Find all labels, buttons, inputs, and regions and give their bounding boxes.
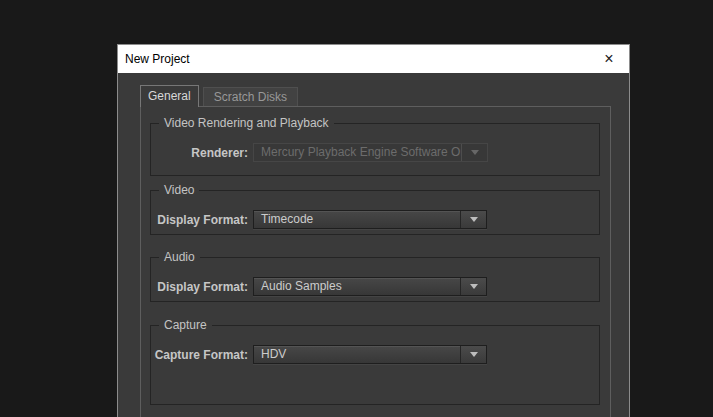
dialog-titlebar[interactable]: New Project × bbox=[118, 45, 629, 73]
audio-display-format-label: Display Format: bbox=[151, 280, 248, 294]
dropdown-arrow-button[interactable] bbox=[460, 278, 486, 295]
capture-format-dropdown[interactable]: HDV bbox=[253, 345, 487, 364]
dropdown-value: Audio Samples bbox=[254, 278, 460, 295]
dropdown-arrow-button bbox=[461, 144, 487, 161]
video-display-format-row: Display Format: Timecode bbox=[151, 210, 599, 229]
dialog-title: New Project bbox=[118, 52, 589, 66]
dropdown-value: Timecode bbox=[254, 211, 460, 228]
chevron-down-icon bbox=[471, 150, 479, 155]
chevron-down-icon bbox=[470, 217, 478, 222]
renderer-label: Renderer: bbox=[151, 146, 248, 160]
tab-bar: General Scratch Disks bbox=[140, 85, 298, 106]
tab-scratch-disks[interactable]: Scratch Disks bbox=[203, 87, 298, 106]
audio-display-format-row: Display Format: Audio Samples bbox=[151, 277, 599, 296]
dialog-body: General Scratch Disks Video Rendering an… bbox=[118, 73, 629, 417]
group-title: Audio bbox=[159, 251, 200, 264]
chevron-down-icon bbox=[470, 284, 478, 289]
dropdown-arrow-button[interactable] bbox=[460, 211, 486, 228]
dropdown-value: HDV bbox=[254, 346, 460, 363]
desktop-background: New Project × General Scratch Disks Vide… bbox=[0, 0, 713, 417]
close-button[interactable]: × bbox=[589, 45, 629, 73]
group-capture: Capture Capture Format: HDV bbox=[150, 325, 600, 405]
dropdown-arrow-button[interactable] bbox=[460, 346, 486, 363]
capture-format-label: Capture Format: bbox=[151, 348, 248, 362]
group-video: Video Display Format: Timecode bbox=[150, 190, 600, 235]
renderer-row: Renderer: Mercury Playback Engine Softwa… bbox=[151, 143, 599, 162]
group-title: Video bbox=[159, 184, 199, 197]
group-audio: Audio Display Format: Audio Samples bbox=[150, 257, 600, 302]
close-icon: × bbox=[604, 51, 613, 67]
video-display-format-dropdown[interactable]: Timecode bbox=[253, 210, 487, 229]
audio-display-format-dropdown[interactable]: Audio Samples bbox=[253, 277, 487, 296]
group-title: Video Rendering and Playback bbox=[159, 117, 334, 130]
general-tab-panel: Video Rendering and Playback Renderer: M… bbox=[140, 106, 611, 417]
video-display-format-label: Display Format: bbox=[151, 213, 248, 227]
group-title: Capture bbox=[159, 319, 212, 332]
capture-format-row: Capture Format: HDV bbox=[151, 345, 599, 364]
group-video-rendering-playback: Video Rendering and Playback Renderer: M… bbox=[150, 123, 600, 176]
dropdown-value: Mercury Playback Engine Software Only bbox=[254, 144, 461, 161]
renderer-dropdown: Mercury Playback Engine Software Only bbox=[253, 143, 488, 162]
chevron-down-icon bbox=[470, 352, 478, 357]
tab-general[interactable]: General bbox=[140, 85, 199, 107]
new-project-dialog: New Project × General Scratch Disks Vide… bbox=[117, 44, 630, 417]
